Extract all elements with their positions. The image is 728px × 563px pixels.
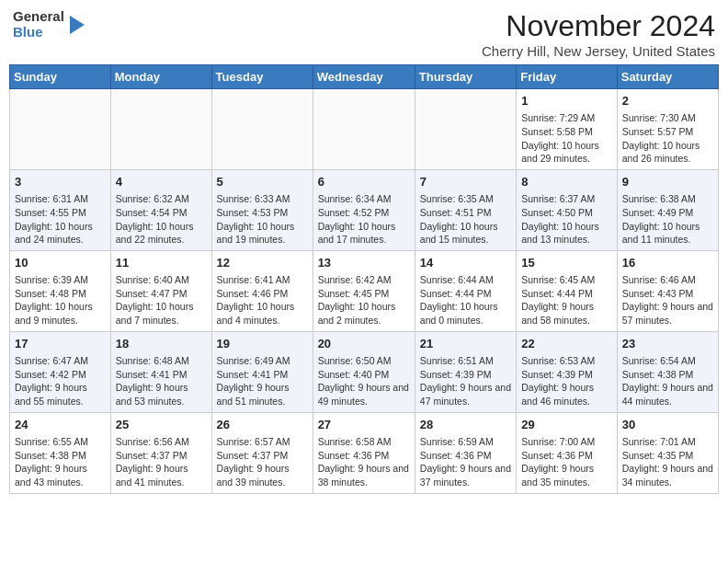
day-info: Sunrise: 6:44 AM Sunset: 4:44 PM Dayligh… xyxy=(420,273,511,327)
calendar-cell: 8Sunrise: 6:37 AM Sunset: 4:50 PM Daylig… xyxy=(517,169,618,250)
calendar-header-row: SundayMondayTuesdayWednesdayThursdayFrid… xyxy=(10,65,719,89)
calendar-cell: 5Sunrise: 6:33 AM Sunset: 4:53 PM Daylig… xyxy=(211,169,313,250)
day-info: Sunrise: 6:39 AM Sunset: 4:48 PM Dayligh… xyxy=(15,273,106,327)
day-number: 21 xyxy=(420,336,511,352)
day-number: 20 xyxy=(318,336,410,352)
page-subtitle: Cherry Hill, New Jersey, United States xyxy=(482,43,715,59)
logo: General Blue xyxy=(13,9,85,40)
calendar-cell xyxy=(211,89,313,170)
day-info: Sunrise: 6:38 AM Sunset: 4:49 PM Dayligh… xyxy=(622,192,713,247)
day-info: Sunrise: 6:48 AM Sunset: 4:41 PM Dayligh… xyxy=(116,354,207,408)
calendar-cell: 19Sunrise: 6:49 AM Sunset: 4:41 PM Dayli… xyxy=(211,331,313,412)
day-number: 6 xyxy=(318,174,410,190)
day-number: 9 xyxy=(622,174,713,190)
calendar-cell: 18Sunrise: 6:48 AM Sunset: 4:41 PM Dayli… xyxy=(110,331,211,412)
day-info: Sunrise: 7:00 AM Sunset: 4:36 PM Dayligh… xyxy=(521,435,612,489)
day-info: Sunrise: 7:30 AM Sunset: 5:57 PM Dayligh… xyxy=(622,111,713,166)
calendar-cell xyxy=(415,89,516,170)
weekday-header-monday: Monday xyxy=(110,65,211,89)
calendar-cell: 13Sunrise: 6:42 AM Sunset: 4:45 PM Dayli… xyxy=(313,250,415,331)
calendar-cell: 6Sunrise: 6:34 AM Sunset: 4:52 PM Daylig… xyxy=(313,169,415,250)
weekday-header-wednesday: Wednesday xyxy=(313,65,415,89)
day-number: 17 xyxy=(15,336,106,352)
day-number: 13 xyxy=(318,255,410,271)
calendar-cell: 11Sunrise: 6:40 AM Sunset: 4:47 PM Dayli… xyxy=(110,250,211,331)
day-info: Sunrise: 6:33 AM Sunset: 4:53 PM Dayligh… xyxy=(217,192,308,247)
day-info: Sunrise: 6:55 AM Sunset: 4:38 PM Dayligh… xyxy=(15,435,106,489)
calendar-cell: 9Sunrise: 6:38 AM Sunset: 4:49 PM Daylig… xyxy=(617,169,718,250)
day-info: Sunrise: 6:37 AM Sunset: 4:50 PM Dayligh… xyxy=(521,192,612,247)
calendar-cell: 25Sunrise: 6:56 AM Sunset: 4:37 PM Dayli… xyxy=(110,412,211,493)
calendar-week-row: 10Sunrise: 6:39 AM Sunset: 4:48 PM Dayli… xyxy=(10,250,719,331)
page-header: General Blue November 2024 Cherry Hill, … xyxy=(9,9,719,59)
day-info: Sunrise: 6:47 AM Sunset: 4:42 PM Dayligh… xyxy=(15,354,106,408)
day-info: Sunrise: 6:41 AM Sunset: 4:46 PM Dayligh… xyxy=(217,273,308,327)
calendar-cell: 22Sunrise: 6:53 AM Sunset: 4:39 PM Dayli… xyxy=(517,331,618,412)
calendar-table: SundayMondayTuesdayWednesdayThursdayFrid… xyxy=(9,64,719,494)
day-number: 26 xyxy=(217,417,308,433)
weekday-header-thursday: Thursday xyxy=(415,65,516,89)
day-number: 4 xyxy=(116,174,207,190)
day-number: 14 xyxy=(420,255,511,271)
day-info: Sunrise: 6:50 AM Sunset: 4:40 PM Dayligh… xyxy=(318,354,410,408)
day-info: Sunrise: 7:29 AM Sunset: 5:58 PM Dayligh… xyxy=(521,111,612,166)
calendar-cell: 4Sunrise: 6:32 AM Sunset: 4:54 PM Daylig… xyxy=(110,169,211,250)
calendar-cell: 28Sunrise: 6:59 AM Sunset: 4:36 PM Dayli… xyxy=(415,412,516,493)
calendar-cell: 26Sunrise: 6:57 AM Sunset: 4:37 PM Dayli… xyxy=(211,412,313,493)
day-number: 10 xyxy=(15,255,106,271)
calendar-cell: 23Sunrise: 6:54 AM Sunset: 4:38 PM Dayli… xyxy=(617,331,718,412)
calendar-cell: 27Sunrise: 6:58 AM Sunset: 4:36 PM Dayli… xyxy=(313,412,415,493)
calendar-cell: 3Sunrise: 6:31 AM Sunset: 4:55 PM Daylig… xyxy=(10,169,111,250)
calendar-cell xyxy=(110,89,211,170)
calendar-cell: 12Sunrise: 6:41 AM Sunset: 4:46 PM Dayli… xyxy=(211,250,313,331)
day-number: 19 xyxy=(217,336,308,352)
day-info: Sunrise: 6:53 AM Sunset: 4:39 PM Dayligh… xyxy=(521,354,612,408)
weekday-header-tuesday: Tuesday xyxy=(211,65,313,89)
day-number: 11 xyxy=(116,255,207,271)
calendar-cell: 24Sunrise: 6:55 AM Sunset: 4:38 PM Dayli… xyxy=(10,412,111,493)
calendar-week-row: 24Sunrise: 6:55 AM Sunset: 4:38 PM Dayli… xyxy=(10,412,719,493)
day-info: Sunrise: 6:51 AM Sunset: 4:39 PM Dayligh… xyxy=(420,354,511,408)
day-number: 5 xyxy=(217,174,308,190)
calendar-week-row: 3Sunrise: 6:31 AM Sunset: 4:55 PM Daylig… xyxy=(10,169,719,250)
logo-blue: Blue xyxy=(13,25,64,40)
title-block: November 2024 Cherry Hill, New Jersey, U… xyxy=(482,9,715,59)
calendar-cell: 7Sunrise: 6:35 AM Sunset: 4:51 PM Daylig… xyxy=(415,169,516,250)
calendar-cell: 17Sunrise: 6:47 AM Sunset: 4:42 PM Dayli… xyxy=(10,331,111,412)
calendar-cell: 30Sunrise: 7:01 AM Sunset: 4:35 PM Dayli… xyxy=(617,412,718,493)
day-number: 2 xyxy=(622,93,713,109)
day-number: 15 xyxy=(521,255,612,271)
day-info: Sunrise: 6:46 AM Sunset: 4:43 PM Dayligh… xyxy=(622,273,713,327)
weekday-header-friday: Friday xyxy=(517,65,618,89)
day-info: Sunrise: 6:56 AM Sunset: 4:37 PM Dayligh… xyxy=(116,435,207,489)
day-number: 18 xyxy=(116,336,207,352)
day-number: 7 xyxy=(420,174,511,190)
day-info: Sunrise: 6:57 AM Sunset: 4:37 PM Dayligh… xyxy=(217,435,308,489)
day-number: 22 xyxy=(521,336,612,352)
calendar-cell: 16Sunrise: 6:46 AM Sunset: 4:43 PM Dayli… xyxy=(617,250,718,331)
day-number: 25 xyxy=(116,417,207,433)
calendar-cell: 15Sunrise: 6:45 AM Sunset: 4:44 PM Dayli… xyxy=(517,250,618,331)
day-number: 1 xyxy=(521,93,612,109)
day-info: Sunrise: 6:32 AM Sunset: 4:54 PM Dayligh… xyxy=(116,192,207,247)
day-number: 28 xyxy=(420,417,511,433)
day-info: Sunrise: 6:34 AM Sunset: 4:52 PM Dayligh… xyxy=(318,192,410,247)
day-number: 27 xyxy=(318,417,410,433)
day-info: Sunrise: 7:01 AM Sunset: 4:35 PM Dayligh… xyxy=(622,435,713,489)
logo-arrow-icon xyxy=(70,16,85,34)
day-info: Sunrise: 6:35 AM Sunset: 4:51 PM Dayligh… xyxy=(420,192,511,247)
logo-text: General Blue xyxy=(13,9,64,40)
day-number: 12 xyxy=(217,255,308,271)
day-info: Sunrise: 6:40 AM Sunset: 4:47 PM Dayligh… xyxy=(116,273,207,327)
calendar-cell: 20Sunrise: 6:50 AM Sunset: 4:40 PM Dayli… xyxy=(313,331,415,412)
calendar-cell: 14Sunrise: 6:44 AM Sunset: 4:44 PM Dayli… xyxy=(415,250,516,331)
day-number: 24 xyxy=(15,417,106,433)
day-info: Sunrise: 6:54 AM Sunset: 4:38 PM Dayligh… xyxy=(622,354,713,408)
logo-general: General xyxy=(13,9,64,25)
calendar-cell: 29Sunrise: 7:00 AM Sunset: 4:36 PM Dayli… xyxy=(517,412,618,493)
calendar-cell xyxy=(10,89,111,170)
day-number: 30 xyxy=(622,417,713,433)
calendar-cell: 2Sunrise: 7:30 AM Sunset: 5:57 PM Daylig… xyxy=(617,89,718,170)
day-number: 3 xyxy=(15,174,106,190)
day-number: 29 xyxy=(521,417,612,433)
